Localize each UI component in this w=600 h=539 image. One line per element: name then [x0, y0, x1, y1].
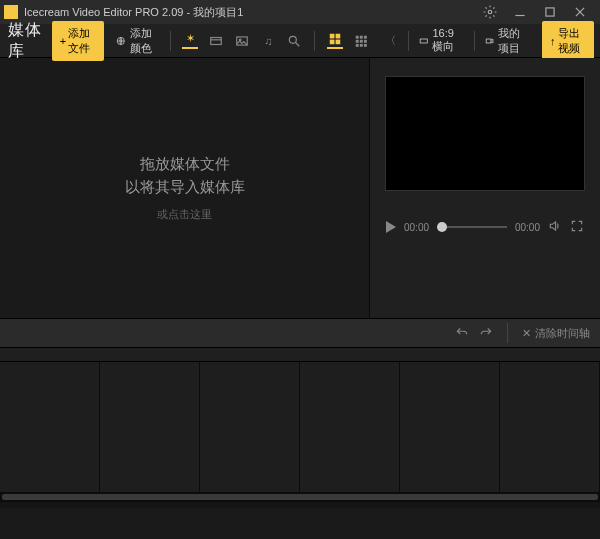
time-current: 00:00 — [404, 222, 429, 233]
svg-rect-22 — [356, 43, 359, 46]
svg-rect-20 — [360, 39, 363, 42]
filter-video-icon[interactable] — [208, 33, 224, 49]
svg-rect-14 — [330, 39, 335, 44]
collapse-icon[interactable]: 〈 — [385, 33, 396, 49]
window-title: Icecream Video Editor PRO 2.09 - 我的项目1 — [24, 5, 482, 20]
media-drop-zone[interactable]: 拖放媒体文件 以将其导入媒体库 或点击这里 — [0, 58, 370, 318]
minimize-icon[interactable] — [512, 4, 528, 20]
main-toolbar: 媒体库 +添加文件 添加颜色 ✶ ♫ 〈 16:9 横向 我的项目 ↑导出视频 — [0, 24, 600, 58]
svg-rect-18 — [364, 35, 367, 38]
svg-rect-19 — [356, 39, 359, 42]
timeline — [0, 348, 600, 508]
search-icon[interactable] — [286, 33, 302, 49]
aspect-ratio-button[interactable]: 16:9 横向 — [413, 22, 470, 59]
preview-canvas[interactable] — [385, 76, 585, 191]
preview-panel: 00:00 00:00 — [370, 58, 600, 318]
export-icon: ↑ — [550, 35, 556, 47]
scroll-thumb[interactable] — [2, 494, 598, 500]
svg-rect-26 — [486, 39, 491, 43]
fullscreen-icon[interactable] — [570, 219, 584, 235]
svg-rect-12 — [330, 33, 335, 38]
timeline-tracks[interactable] — [0, 362, 600, 492]
library-label: 媒体库 — [0, 20, 52, 62]
svg-line-11 — [296, 42, 300, 46]
export-button[interactable]: ↑导出视频 — [542, 21, 594, 61]
add-color-button[interactable]: 添加颜色 — [110, 21, 165, 61]
svg-point-10 — [290, 36, 297, 43]
svg-point-0 — [488, 10, 492, 14]
svg-rect-17 — [360, 35, 363, 38]
drop-text-2: 以将其导入媒体库 — [125, 178, 245, 197]
svg-rect-21 — [364, 39, 367, 42]
plus-icon: + — [60, 35, 66, 47]
svg-rect-6 — [211, 37, 222, 44]
filter-image-icon[interactable] — [234, 33, 250, 49]
filter-audio-icon[interactable]: ♫ — [260, 33, 276, 49]
volume-icon[interactable] — [548, 219, 562, 235]
timeline-scrollbar[interactable] — [0, 492, 600, 502]
view-large-icon[interactable] — [327, 33, 343, 49]
svg-rect-2 — [546, 8, 554, 16]
drop-text-1: 拖放媒体文件 — [140, 155, 230, 174]
close-icon[interactable] — [572, 4, 588, 20]
close-icon: ✕ — [522, 327, 531, 340]
app-icon — [4, 5, 18, 19]
time-total: 00:00 — [515, 222, 540, 233]
undo-button[interactable] — [455, 326, 469, 340]
aspect-icon — [419, 34, 429, 48]
scrub-head[interactable] — [437, 222, 447, 232]
transport-bar: 00:00 00:00 — [384, 219, 586, 235]
settings-icon[interactable] — [482, 4, 498, 20]
drop-sub: 或点击这里 — [157, 207, 212, 222]
redo-button[interactable] — [479, 326, 493, 340]
svg-rect-15 — [336, 39, 341, 44]
svg-rect-16 — [356, 35, 359, 38]
play-button[interactable] — [386, 221, 396, 233]
view-small-icon[interactable] — [353, 33, 369, 49]
globe-icon — [116, 34, 126, 48]
maximize-icon[interactable] — [542, 4, 558, 20]
filter-all-icon[interactable]: ✶ — [182, 33, 198, 49]
clear-timeline-button[interactable]: ✕清除时间轴 — [522, 326, 590, 341]
svg-rect-13 — [336, 33, 341, 38]
add-file-button[interactable]: +添加文件 — [52, 21, 105, 61]
svg-rect-25 — [420, 39, 427, 43]
svg-rect-24 — [364, 43, 367, 46]
my-projects-button[interactable]: 我的项目 — [479, 21, 534, 61]
timeline-ruler[interactable] — [0, 348, 600, 362]
timeline-toolbar: ✕清除时间轴 — [0, 318, 600, 348]
scrub-bar[interactable] — [437, 226, 507, 228]
svg-rect-23 — [360, 43, 363, 46]
projects-icon — [485, 34, 495, 48]
